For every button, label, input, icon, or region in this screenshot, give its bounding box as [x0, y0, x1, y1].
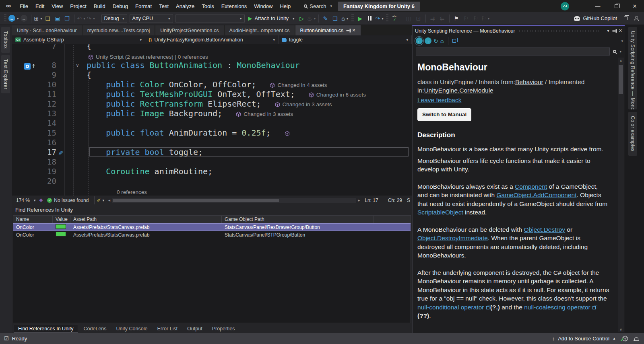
switch-to-manual-button[interactable]: Switch to Manual	[417, 108, 471, 121]
bottom-tab-properties[interactable]: Properties	[208, 325, 239, 332]
navigate-back-icon[interactable]: ←▾	[8, 14, 19, 23]
platform-combo[interactable]: Any CPU▾	[130, 14, 173, 23]
bottom-tab-output[interactable]: Output	[183, 325, 206, 332]
column-header-value[interactable]: Value	[53, 216, 70, 223]
new-project-icon[interactable]: ⊞▾	[34, 14, 43, 23]
navbar-dropdown[interactable]: {}Unity.FantasyKingdom.ButtonAnimation▾	[145, 35, 279, 44]
attach-to-unity-button[interactable]: ▶Attach to Unity▾	[246, 14, 297, 23]
search-box[interactable]: Search ▾	[304, 3, 332, 9]
doc-search-input[interactable]	[416, 47, 610, 56]
background-tasks-icon[interactable]: ☑	[4, 336, 9, 342]
code-editor[interactable]: 7{Unity Script (2 asset references) | 0 …	[12, 44, 412, 196]
scrollbar-thumb[interactable]	[619, 65, 623, 94]
menu-item-file[interactable]: File	[16, 2, 32, 10]
code-line[interactable]: 15 public float AnimDuration = 0.25f;	[12, 128, 412, 138]
menu-item-analyze[interactable]: Analyze	[172, 2, 198, 10]
doc-vertical-scrollbar[interactable]: ∧ ∨	[618, 58, 624, 332]
bottom-tab-error-list[interactable]: Error List	[153, 325, 182, 332]
scroll-left-icon[interactable]: ◂	[108, 198, 110, 202]
code-line[interactable]: 20	[12, 176, 412, 186]
document-tab[interactable]: Unity - Scri...onoBehaviour	[12, 25, 82, 35]
changed-in-assets-lens[interactable]: Changed in 3 assets	[275, 100, 332, 109]
pin-icon[interactable]	[613, 29, 615, 33]
code-line[interactable]: 17✎ private bool toggle;	[12, 147, 412, 157]
refresh-icon[interactable]: ↻	[433, 38, 438, 44]
menu-item-format[interactable]: Format	[132, 2, 155, 10]
home-icon[interactable]: ⌂	[440, 38, 444, 44]
active-document-pill[interactable]: Fantasy Kingdom for Unity 6	[338, 2, 420, 11]
navbar-dropdown[interactable]: toggle▾	[279, 35, 412, 44]
side-tab-test-explorer[interactable]: Test Explorer	[1, 55, 10, 93]
scrollbar-thumb[interactable]	[113, 199, 279, 202]
account-options-icon[interactable]	[634, 16, 638, 21]
startup-item-combo[interactable]: ▾	[175, 14, 245, 23]
toolbar-overflow-icon[interactable]: ▾	[621, 39, 623, 43]
unity-project-window-icon[interactable]: ⌂▾	[341, 14, 349, 23]
column-header-name[interactable]: Name	[13, 216, 53, 223]
menu-item-test[interactable]: Test	[155, 2, 172, 10]
toolbar-grip[interactable]	[351, 14, 354, 23]
rerun-icon[interactable]: ↷▾	[375, 14, 384, 23]
code-line[interactable]: 10 public Color OnColor, OffColor;Change…	[12, 80, 412, 89]
menu-item-project[interactable]: Project	[66, 2, 90, 10]
doc-link[interactable]: UnityEngine.CoreModule	[424, 87, 493, 94]
search-overflow-icon[interactable]: ▾	[619, 49, 621, 54]
profiler-icon[interactable]: ◫	[405, 14, 413, 23]
navbar-dropdown[interactable]: C#Assembly-CSharp▾	[12, 35, 145, 44]
codelens-label[interactable]: 0 references	[117, 187, 147, 196]
bottom-tab-unity-console[interactable]: Unity Console	[112, 325, 152, 332]
close-tab-icon[interactable]: ✕	[352, 28, 355, 33]
health-indicator[interactable]: ✓ No issues found	[47, 198, 89, 203]
close-panel-icon[interactable]: ✕	[619, 28, 622, 33]
spell-check-icon[interactable]: abc✓	[390, 14, 399, 23]
doc-link[interactable]: Object.Destroy	[524, 226, 566, 233]
bottom-tab-find-references-in-unity[interactable]: Find References In Unity	[14, 325, 78, 333]
code-line[interactable]: 11 public TextMeshProUGUI OnText, OffTex…	[12, 89, 412, 99]
changed-in-assets-lens[interactable]: Changed in 4 assets	[270, 80, 327, 90]
reference-row[interactable]: OnColorAssets/Prefabs/StatsCanvas.prefab…	[13, 231, 411, 239]
column-header-blank[interactable]	[374, 216, 411, 223]
share-icon[interactable]	[624, 16, 627, 20]
scroll-up-icon[interactable]: ∧	[618, 58, 624, 64]
document-tab[interactable]: ButtonAnimation.cs✕	[295, 25, 361, 35]
code-line[interactable]: 9{	[12, 70, 412, 80]
doc-search-icon[interactable]	[613, 50, 616, 53]
add-to-source-control-button[interactable]: ↑ Add to Source Control ▲	[552, 336, 616, 342]
configuration-combo[interactable]: Debug▾	[101, 14, 127, 23]
format-outdent-icon[interactable]: ⇇	[438, 14, 447, 23]
changed-in-assets-lens[interactable]: Changed in 6 assets	[309, 90, 366, 100]
undo-icon[interactable]: ↶▾	[77, 14, 86, 23]
start-without-debugging-icon[interactable]: ▷	[297, 14, 306, 23]
navigate-forward-icon[interactable]: →	[20, 14, 29, 23]
menu-item-build[interactable]: Build	[90, 2, 109, 10]
browse-unity-files-icon[interactable]: ❏	[331, 14, 340, 23]
menu-item-view[interactable]: View	[48, 2, 66, 10]
bookmark-icon[interactable]: ⚑	[452, 14, 461, 23]
open-in-browser-icon[interactable]	[452, 39, 456, 43]
unity-connection-icon[interactable]: ✓	[622, 336, 628, 342]
doc-link[interactable]: null-coalescing operator	[524, 304, 592, 311]
code-line[interactable]: 12 public RectTransform ElipseRect;Chang…	[12, 99, 412, 109]
hot-reload-icon[interactable]: ♨▾	[307, 14, 316, 23]
menu-item-debug[interactable]: Debug	[109, 2, 132, 10]
menu-item-tools[interactable]: Tools	[198, 2, 217, 10]
codelens-row[interactable]: 0 references	[12, 186, 412, 196]
codelens-row[interactable]: Unity Script (2 asset references) | 0 re…	[12, 51, 412, 60]
code-line[interactable]: 16	[12, 138, 412, 147]
right-side-tab[interactable]: Unity Scripting Reference — MonoBehavi..…	[628, 27, 637, 109]
redo-icon[interactable]: ↷▾	[87, 14, 95, 23]
clear-bookmarks-icon[interactable]: ⚐▾	[481, 14, 490, 23]
code-line[interactable]: 14	[12, 118, 412, 128]
doc-link[interactable]: Behaviour	[515, 78, 543, 85]
column-header-asset-path[interactable]: Asset Path	[70, 216, 222, 223]
zoom-level[interactable]: 174 %	[14, 198, 32, 203]
code-line[interactable]: 19 Coroutine animRoutine;	[12, 167, 412, 176]
bottom-tab-codelens[interactable]: CodeLens	[80, 325, 111, 332]
code-line[interactable]: ↑8∨public class ButtonAnimation : MonoBe…	[12, 60, 412, 70]
restore-button[interactable]	[607, 0, 625, 12]
code-line[interactable]: 13 public Image Background;Changed in 3 …	[12, 109, 412, 118]
attach-snapshot-icon[interactable]: ⊡	[414, 14, 423, 23]
notifications-bell-icon[interactable]	[634, 337, 638, 340]
right-side-tab[interactable]: Color examples	[628, 112, 637, 156]
code-line[interactable]: 7{	[12, 44, 412, 51]
